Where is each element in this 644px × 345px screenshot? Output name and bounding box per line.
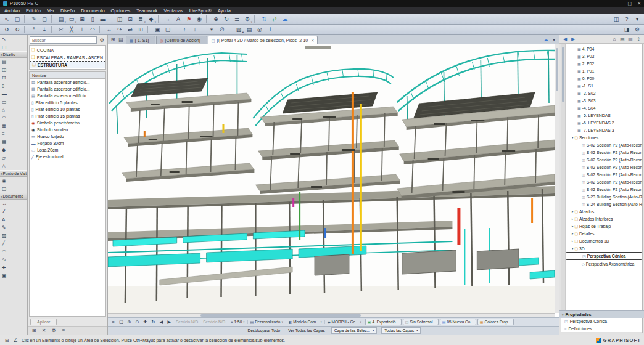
favorite-item[interactable]: ╱ Eje estructural — [30, 153, 105, 160]
spline-tool-icon[interactable]: ∿ — [0, 256, 27, 264]
teamwork-cloud-icon[interactable]: ☁ — [542, 36, 550, 43]
tree-item-section[interactable]: ◫ S-02 Sección P2 (Auto-Reconstrucci... — [566, 171, 642, 178]
menu-item[interactable]: Archivo — [1, 8, 23, 14]
arc-tool-icon[interactable]: ◠ — [0, 248, 27, 256]
back-icon[interactable]: ◀ — [561, 36, 569, 43]
eraser-icon[interactable]: ◻ — [39, 15, 49, 23]
panel-toggle-icon[interactable]: ◨ — [622, 25, 632, 34]
label-tool-icon[interactable]: ✎ — [0, 224, 27, 232]
teamwork-service-label[interactable]: Servicio N/D — [173, 320, 200, 324]
favorite-item[interactable]: ▤ Pantalla ascensor edificio... — [30, 86, 105, 92]
menu-item[interactable]: Edición — [23, 8, 44, 14]
gear-icon[interactable]: ⚙ — [98, 36, 105, 44]
inject-parameters-icon[interactable]: ⇣ — [39, 25, 49, 34]
arrow-tool-icon[interactable]: ↖ — [0, 35, 27, 43]
layout-icon[interactable]: ◫ — [611, 15, 621, 23]
slab-tool-icon[interactable]: ▭ — [67, 15, 76, 23]
dimension-icon[interactable]: ↔ — [163, 15, 173, 23]
slab-tool-icon[interactable]: ▭ — [0, 98, 27, 106]
trim-icon[interactable]: ✂ — [56, 25, 66, 34]
tree-folder-secciones[interactable]: ▾ ❑ Secciones — [566, 134, 642, 141]
tree-item-view[interactable]: ◳ Perspectiva Cónica — [566, 252, 642, 260]
pencil-icon[interactable]: ✎ — [29, 15, 39, 23]
railing-tool-icon[interactable]: ≡ — [0, 130, 27, 138]
scrollbar-thumb[interactable] — [556, 48, 558, 91]
renovation-filter-icon[interactable]: ▧ — [234, 25, 244, 34]
teamwork-receive-icon[interactable]: ⇄ — [270, 15, 279, 23]
view-chip-sin-sobresal[interactable]: ◫ Sin Sobresal... — [403, 319, 439, 325]
workspace-settings-icon[interactable]: ⚙ — [632, 25, 642, 34]
undo-icon[interactable]: ↺ — [2, 25, 12, 34]
suspend-groups-icon[interactable]: ∅ — [217, 25, 227, 34]
view-chip-exportacion[interactable]: ▣ 4. Exportació... — [365, 319, 402, 325]
layout-book-icon[interactable]: ▥ — [627, 36, 634, 43]
new-item-icon[interactable]: ⊞ — [30, 327, 38, 335]
3d-viewport[interactable] — [108, 44, 559, 317]
layers-action-button[interactable]: Desbloquear Todo — [246, 328, 283, 333]
tree-item-section[interactable]: ◫ S-23 Building Section (Auto-Recon... — [566, 193, 642, 200]
send-backward-icon[interactable]: ↓ — [190, 25, 200, 34]
folder-estructura[interactable]: ❑ ESTRUCTURA — [30, 61, 105, 68]
tree-item-section[interactable]: ◫ S-02 Sección P2 (Auto-Reconstrucci... — [566, 185, 642, 193]
multiply-icon[interactable]: ⊞ — [136, 25, 146, 34]
previous-view-icon[interactable]: ◀ — [157, 319, 165, 326]
tree-item-story[interactable]: ▦ 4. P04 — [566, 45, 642, 52]
selection-layer-select[interactable]: Capa de las Selec... — [331, 327, 377, 334]
tree-item-story[interactable]: ▦ -4. S04 — [566, 104, 642, 112]
shell-tool-icon[interactable]: ◠ — [0, 114, 27, 122]
element-info-icon[interactable]: i — [265, 25, 275, 34]
properties-definitions-row[interactable]: ≡ Definiciones — [561, 325, 642, 333]
minimize-button[interactable]: – — [620, 1, 622, 6]
viewpoint-tool-icon[interactable]: ▢ — [0, 185, 27, 193]
favorite-item[interactable]: ▭ Hueco forjado — [30, 133, 105, 140]
stair-tool-icon[interactable]: ≣ — [0, 122, 27, 130]
fill-tool-icon[interactable]: ▨ — [0, 232, 27, 240]
orbit-icon[interactable]: ↻ — [221, 15, 231, 23]
tree-folder-alzados[interactable]: ▸ ❑ Alzados — [566, 208, 642, 215]
tree-expander-icon[interactable]: ▾ — [572, 246, 574, 250]
quick-layers-icon[interactable]: ▤ — [244, 25, 254, 34]
zoom-in-icon[interactable]: ⊕ — [125, 319, 133, 326]
magic-wand-icon[interactable]: ✶ — [207, 25, 217, 34]
next-view-icon[interactable]: ▶ — [165, 319, 173, 326]
zoom-out-icon[interactable]: ⊖ — [133, 319, 141, 326]
maximize-button[interactable]: ▢ — [628, 1, 632, 6]
favorite-item[interactable]: ◉ Símbolo penetrómetro — [30, 120, 105, 126]
tree-folder-3d[interactable]: ▾ ❑ 3D — [566, 245, 642, 252]
tree-expander-icon[interactable]: ▸ — [572, 232, 574, 235]
tree-item-section[interactable]: ◫ S-02 Sección P2 (Auto-Reconstrucci... — [566, 178, 642, 185]
window-tool-icon[interactable]: ⊞ — [0, 74, 27, 82]
favorite-item[interactable]: ◉ Símbolo sondeo — [30, 126, 105, 133]
tree-item-section[interactable]: ◫ S-02 Sección P2 (Auto-Reconstrucci... — [566, 141, 642, 148]
scale-select[interactable]: # 1:50 — [228, 320, 247, 324]
redo-icon[interactable]: ↻ — [12, 25, 22, 34]
tree-item-section[interactable]: ◫ S-02 Sección P2 (Auto-Reconstrucci... — [566, 156, 642, 163]
tree-scrollbar[interactable] — [561, 44, 566, 310]
forward-icon[interactable]: ▶ — [569, 36, 577, 43]
pop-navigator-icon[interactable]: ⊞ — [109, 36, 117, 43]
menu-item[interactable]: Ver — [44, 8, 57, 14]
layers-action-button[interactable]: Ver Todas las Capas — [286, 328, 327, 333]
pick-parameters-icon[interactable]: ⇡ — [29, 25, 39, 34]
rotate-icon[interactable]: ↷ — [115, 25, 125, 34]
publisher-icon[interactable]: ⇪ — [635, 36, 642, 43]
tab-list-icon[interactable]: ▤ — [117, 36, 125, 43]
menu-item[interactable]: LiveSync® — [186, 8, 215, 14]
apply-button[interactable]: Aplicar — [30, 319, 57, 325]
delete-item-icon[interactable]: ✕ — [40, 327, 47, 335]
folder-escaleras[interactable]: ❑ ESCALERAS - RAMPAS - ASCEN... — [30, 54, 105, 61]
window-tool-icon[interactable]: ⊡ — [125, 15, 135, 23]
zoom-icon[interactable]: ⊕ — [211, 15, 221, 23]
toolbox-section-punto-de-vista[interactable]: ▾ Punto de Vist... — [0, 170, 27, 177]
tree-item-story[interactable]: ▦ -3. S03 — [566, 97, 642, 104]
zone-tool-icon[interactable]: ▱ — [0, 154, 27, 162]
section-marker-icon[interactable]: ⚑ — [184, 15, 194, 23]
mirror-icon[interactable]: ⇌ — [125, 25, 135, 34]
find-select-icon[interactable]: ◎ — [255, 25, 265, 34]
favorite-item[interactable]: ▤ Pantalla ascensor edificio... — [30, 79, 105, 86]
toolbox-section-diseno[interactable]: ▾ Diseño — [0, 51, 27, 58]
favorite-item[interactable]: ▬ Forjado 30cm — [30, 140, 105, 147]
door-tool-icon[interactable]: ◫ — [0, 66, 27, 74]
list-view-icon[interactable]: ≡ — [60, 327, 67, 335]
close-button[interactable]: ✕ — [637, 1, 641, 6]
